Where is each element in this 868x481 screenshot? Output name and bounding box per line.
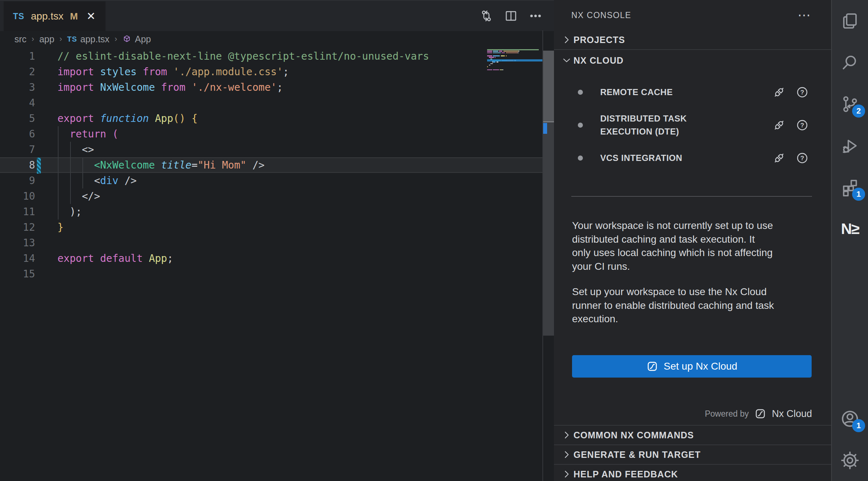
- code-line-2[interactable]: 2import styles from './app.module.css';: [0, 64, 543, 80]
- scrollbar-thumb[interactable]: [543, 51, 554, 122]
- help-icon[interactable]: ?: [795, 85, 809, 99]
- breadcrumb-item-app[interactable]: app: [39, 34, 55, 44]
- open-changes-icon[interactable]: [479, 6, 494, 26]
- minimap-line: [487, 63, 543, 64]
- breadcrumb-item-app[interactable]: App: [122, 34, 151, 44]
- tab-close-icon[interactable]: ✕: [86, 11, 95, 22]
- connect-icon[interactable]: [772, 85, 786, 99]
- scrollbar-track[interactable]: [543, 122, 554, 336]
- code-line-12[interactable]: 12}: [0, 220, 543, 235]
- setup-nx-cloud-button[interactable]: Set up Nx Cloud: [572, 355, 812, 378]
- line-number: 5: [0, 111, 35, 126]
- minimap-line: [487, 57, 543, 58]
- section-projects[interactable]: PROJECTS: [554, 30, 831, 50]
- code-text: // eslint-disable-next-line @typescript-…: [35, 48, 429, 64]
- split-editor-icon[interactable]: [504, 6, 518, 26]
- breadcrumb-item-app-tsx[interactable]: TSapp.tsx: [67, 34, 109, 44]
- tab-app-tsx[interactable]: TS app.tsx M ✕: [4, 1, 106, 31]
- nx-logo: N≥: [841, 220, 859, 238]
- badge: 1: [852, 419, 865, 432]
- feature-actions: ?: [772, 85, 809, 99]
- line-number: 8: [0, 157, 35, 173]
- breadcrumb-separator: ›: [115, 34, 117, 44]
- activity-source-control-icon[interactable]: 2: [832, 83, 868, 125]
- activity-search-icon[interactable]: [832, 42, 868, 83]
- help-icon[interactable]: ?: [795, 151, 809, 165]
- code-line-9[interactable]: 9 <div />: [0, 173, 543, 188]
- code-line-6[interactable]: 6 return (: [0, 126, 543, 142]
- svg-text:?: ?: [800, 89, 804, 96]
- code-line-11[interactable]: 11 );: [0, 204, 543, 220]
- svg-text:?: ?: [800, 154, 804, 162]
- code-text: <NxWelcome title="Hi Mom" />: [35, 157, 265, 173]
- overview-ruler-modified-marker: [543, 123, 547, 134]
- activity-extensions-icon[interactable]: 1: [832, 166, 868, 208]
- code-line-5[interactable]: 5export function App() {: [0, 111, 543, 126]
- connect-icon[interactable]: [772, 151, 786, 165]
- code-line-13[interactable]: 13: [0, 235, 543, 251]
- code-line-8[interactable]: 8 <NxWelcome title="Hi Mom" />: [0, 157, 543, 173]
- divider: [571, 196, 812, 197]
- activity-nx-console-icon[interactable]: N≥: [832, 208, 868, 250]
- line-number: 10: [0, 188, 35, 204]
- activity-settings-icon[interactable]: [832, 439, 868, 481]
- section-nx-cloud[interactable]: NX CLOUD: [554, 50, 831, 71]
- code-line-10[interactable]: 10 </>: [0, 188, 543, 204]
- code-text: return (: [35, 126, 119, 142]
- line-number: 6: [0, 126, 35, 142]
- section-common-nx-commands[interactable]: COMMON NX COMMANDS: [554, 425, 831, 444]
- help-icon[interactable]: ?: [795, 118, 809, 132]
- line-number: 1: [0, 48, 35, 64]
- line-number: 12: [0, 220, 35, 235]
- minimap-line: [487, 68, 543, 69]
- minimap-line: [487, 54, 543, 55]
- breadcrumb-label: src: [14, 34, 26, 44]
- code-text: <div />: [35, 173, 137, 188]
- minimap-line: [487, 71, 543, 72]
- breadcrumb-separator: ›: [31, 34, 34, 44]
- code-line-1[interactable]: 1// eslint-disable-next-line @typescript…: [0, 48, 543, 64]
- nx-feature-vcs-integration: VCS INTEGRATION?: [554, 145, 831, 171]
- activity-accounts-icon[interactable]: 1: [832, 398, 868, 439]
- section-label: PROJECTS: [573, 35, 625, 45]
- activity-bar-spacer: [832, 250, 868, 398]
- svg-text:?: ?: [800, 122, 804, 129]
- powered-by: Powered by Nx Cloud: [572, 406, 812, 422]
- section-help-and-feedback[interactable]: HELP AND FEEDBACK: [554, 464, 831, 481]
- activity-explorer-icon[interactable]: [832, 0, 868, 42]
- breadcrumb-separator: ›: [59, 34, 62, 44]
- line-number: 7: [0, 142, 35, 157]
- panel-more-actions-icon[interactable]: ⋯: [798, 0, 811, 30]
- indent-guide: [58, 126, 59, 220]
- code-text: <>: [35, 142, 94, 157]
- code-line-15[interactable]: 15: [0, 266, 543, 282]
- code-line-4[interactable]: 4: [0, 95, 543, 111]
- editor-toolbar: [479, 6, 543, 26]
- section-label: NX CLOUD: [573, 55, 624, 66]
- code-text: export function App() {: [35, 111, 198, 126]
- modified-line-gutter-marker: [37, 158, 41, 174]
- nx-feature-distributed-task-execution-dte-: DISTRIBUTED TASK EXECUTION (DTE)?: [554, 108, 831, 142]
- typescript-file-icon: TS: [13, 12, 24, 21]
- nx-cloud-logo-icon: [755, 408, 766, 420]
- breadcrumb-item-src[interactable]: src: [14, 34, 26, 44]
- breadcrumb-label: App: [135, 34, 151, 44]
- activity-run-and-debug-icon[interactable]: [832, 125, 868, 166]
- code-editor[interactable]: 1// eslint-disable-next-line @typescript…: [0, 48, 543, 282]
- code-line-7[interactable]: 7 <>: [0, 142, 543, 157]
- tab-filename: app.tsx: [31, 10, 63, 22]
- minimap-current-line: [487, 59, 543, 61]
- setup-instruction-text: Set up your workspace to use the Nx Clou…: [572, 285, 812, 326]
- setup-button-label: Set up Nx Cloud: [664, 361, 738, 372]
- status-bullet: [578, 156, 583, 161]
- panel-header: NX CONSOLE ⋯: [554, 0, 831, 30]
- section-label: COMMON NX COMMANDS: [573, 430, 694, 440]
- code-line-14[interactable]: 14export default App;: [0, 251, 543, 266]
- tab-bar: TS app.tsx M ✕: [0, 0, 555, 31]
- section-generate-run-target[interactable]: GENERATE & RUN TARGET: [554, 444, 831, 464]
- connect-icon[interactable]: [772, 118, 786, 132]
- code-line-3[interactable]: 3import NxWelcome from './nx-welcome';: [0, 80, 543, 95]
- more-actions-icon[interactable]: [528, 6, 543, 26]
- nx-feature-remote-cache: REMOTE CACHE?: [554, 79, 831, 106]
- powered-by-label: Powered by: [705, 409, 748, 419]
